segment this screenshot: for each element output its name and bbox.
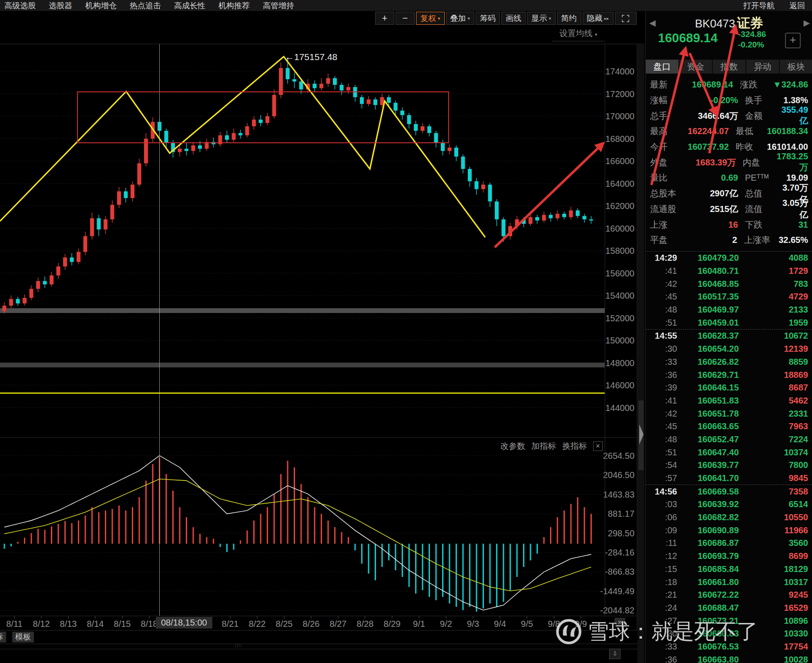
tick-row[interactable]: :41160480.711729	[646, 265, 812, 278]
tick-time: :45	[648, 292, 677, 302]
tick-row[interactable]: :51160459.011959	[646, 316, 812, 329]
peak-price-annotation: ←175157.48	[285, 52, 337, 62]
tick-volume: 9845	[765, 473, 808, 483]
tick-row[interactable]: :45160517.354729	[646, 290, 812, 303]
tick-volume: 10330	[765, 629, 808, 639]
more-dates-button[interactable]: »	[614, 618, 625, 627]
quote-label: 涨跌	[740, 79, 773, 91]
quote-value: 160737.92	[684, 142, 729, 152]
tick-row[interactable]: :48160652.477224	[646, 433, 812, 446]
tick-row[interactable]: :27160673.2110896	[646, 614, 812, 627]
tick-row[interactable]: :54160639.777800	[646, 459, 812, 472]
tick-price: 160663.65	[677, 421, 765, 431]
tab-板块[interactable]: 板块	[780, 60, 812, 74]
tick-price: 160685.84	[677, 564, 765, 574]
x-axis-label: 9/3	[467, 619, 479, 629]
tick-time: 14:56	[648, 487, 677, 497]
tick-price: 160646.15	[677, 383, 765, 393]
save-layout-icon[interactable]: ⇩	[609, 649, 621, 659]
y-axis-label: 154000	[605, 291, 634, 300]
symbol-code: BK0473	[695, 17, 735, 30]
tick-row[interactable]: :42160468.85783	[646, 277, 812, 290]
tick-row[interactable]: :48160469.972133	[646, 303, 812, 316]
tick-row[interactable]: 14:55160628.3710672	[646, 329, 812, 343]
quote-label: 流值	[745, 203, 780, 215]
quote-value: 161014.00	[767, 142, 808, 152]
quote-value: 1683.39万	[687, 157, 736, 168]
tick-row[interactable]: :30160654.2012139	[646, 343, 812, 356]
close-indicator-icon[interactable]: ✕	[593, 441, 603, 451]
tick-row[interactable]: :09160690.8911966	[646, 524, 812, 537]
symbol-title: BK0473 证券	[646, 14, 812, 32]
y-axis-label: 174000	[605, 67, 634, 76]
sub-y-axis-label: -2044.82	[600, 606, 634, 615]
crosshair-date-tooltip: 08/18,15:00	[156, 617, 212, 629]
tick-volume: 3560	[765, 538, 808, 548]
tick-time: :39	[648, 383, 677, 393]
tick-row[interactable]: 14:56160669.587358	[646, 485, 812, 498]
quote-row: 最新160689.14涨跌▼324.86	[646, 77, 812, 93]
indicator-tool-1[interactable]: 加指标	[531, 441, 556, 452]
tick-volume: 1959	[765, 318, 808, 328]
tick-volume: 10317	[765, 577, 808, 587]
tick-row[interactable]: :03160639.926514	[646, 498, 812, 511]
y-axis-label: 148000	[605, 358, 634, 368]
time-and-sales-list[interactable]: 14:29160479.204088:41160480.711729:42160…	[646, 251, 812, 663]
tick-time: :15	[648, 564, 677, 574]
tick-time: :36	[648, 655, 677, 663]
tab-异动[interactable]: 异动	[746, 60, 779, 74]
quote-label: 量比	[650, 172, 688, 184]
tick-row[interactable]: :51160647.4010374	[646, 446, 812, 459]
splitter-drag-handle[interactable]: ∷∷	[235, 643, 242, 649]
tick-row[interactable]: :06160682.8210550	[646, 511, 812, 524]
tick-time: :21	[648, 590, 677, 600]
quote-value: 32.65%	[778, 235, 808, 245]
tick-row[interactable]: :21160672.229245	[646, 589, 812, 602]
tick-row[interactable]: :39160646.158687	[646, 381, 812, 394]
tick-row[interactable]: :18160661.8010317	[646, 575, 812, 589]
tick-row[interactable]: :15160685.8418129	[646, 563, 812, 576]
y-axis-label: 162000	[605, 201, 634, 211]
tick-row[interactable]: :33160676.5317754	[646, 640, 812, 653]
tick-row[interactable]: :45160663.657963	[646, 420, 812, 433]
tick-row[interactable]: :12160693.798699	[646, 550, 812, 563]
tick-volume: 10672	[765, 331, 808, 341]
tick-time: :24	[648, 603, 677, 613]
indicator-tool-2[interactable]: 换指标	[562, 441, 587, 452]
last-price: 160689.14	[658, 31, 718, 45]
indicator-button-clipped[interactable]: 指标	[0, 632, 6, 643]
tick-volume: 7800	[765, 460, 808, 470]
tick-volume: 18129	[765, 564, 808, 574]
gridlines	[0, 71, 605, 610]
x-axis-label: 8/28	[357, 619, 374, 629]
tab-资金[interactable]: 资金	[679, 60, 712, 74]
tick-price: 160469.97	[677, 305, 765, 315]
tick-row[interactable]: :33160626.828859	[646, 356, 812, 369]
tick-row[interactable]: 14:29160479.204088	[646, 252, 812, 265]
indicator-tool-0[interactable]: 改参数	[500, 441, 525, 452]
panel-tabs: 盘口资金指数异动板块	[646, 60, 812, 74]
panel-scrollbar[interactable]	[638, 44, 644, 663]
tab-指数[interactable]: 指数	[713, 60, 745, 74]
tick-row[interactable]: :30160660.8310330	[646, 627, 812, 640]
y-axis-label: 160000	[605, 224, 634, 233]
tick-row[interactable]: :57160641.709845	[646, 472, 812, 485]
tick-volume: 1729	[765, 266, 808, 276]
sub-y-axis-label: 2654.50	[603, 451, 634, 461]
tick-row[interactable]: :36160663.8010028	[646, 653, 812, 663]
tab-盘口[interactable]: 盘口	[646, 60, 678, 74]
x-axis-label: 8/22	[249, 619, 266, 629]
template-button[interactable]: 模板	[12, 632, 34, 643]
tick-volume: 4729	[765, 292, 808, 302]
tick-row[interactable]: :24160688.4716529	[646, 602, 812, 615]
tick-volume: 8859	[765, 357, 808, 367]
quote-value: 2	[687, 235, 737, 245]
tick-row[interactable]: :42160651.782331	[646, 407, 812, 420]
add-watchlist-button[interactable]: +	[785, 33, 801, 48]
tick-volume: 5462	[765, 396, 808, 406]
quote-label: 涨幅	[650, 94, 688, 106]
quote-panel: ◀ ▶ BK0473 证券 160689.14 -324.86 -0.20% +…	[645, 11, 812, 663]
tick-row[interactable]: :41160651.835462	[646, 394, 812, 407]
tick-row[interactable]: :11160686.873560	[646, 537, 812, 550]
tick-row[interactable]: :36160629.7118869	[646, 368, 812, 381]
